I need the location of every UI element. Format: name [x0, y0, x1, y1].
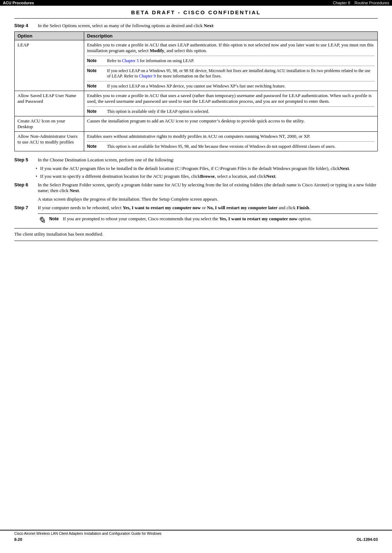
step4-line: Step 4 In the Select Options screen, sel… [14, 23, 378, 29]
step4-label: Step 4 [14, 23, 36, 28]
allow-non-admin-note-1: Note This option is not available for Wi… [87, 144, 375, 149]
step7-note-text: If you are prompted to reboot your compu… [63, 216, 312, 221]
step6-label: Step 6 [14, 182, 36, 187]
list-item: If you want the ACU program files to be … [36, 166, 378, 171]
table-row: Allow Saved LEAP User Name and Password … [15, 91, 378, 116]
footer-area: Cisco Aironet Wireless LAN Client Adapte… [0, 530, 392, 542]
note-text: This option is available only if the LEA… [107, 109, 375, 114]
step5-intro: In the Choose Destination Location scree… [38, 157, 378, 163]
leap-note-2: Note If you select LEAP on a Windows 95,… [87, 68, 375, 79]
main-content: Step 4 In the Select Options screen, sel… [0, 19, 392, 251]
step5-bullets: If you want the ACU program files to be … [36, 166, 378, 179]
col-description-header: Description [84, 32, 378, 40]
step7-text: If your computer needs to be rebooted, s… [38, 205, 378, 211]
bottom-divider [14, 241, 378, 241]
note-label: Note [87, 144, 104, 149]
step5-line: Step 5 In the Choose Destination Locatio… [14, 157, 378, 163]
beta-draft-title: BETA DRAFT - CISCO CONFIDENTIAL [14, 6, 378, 19]
step6-subtext: A status screen displays the progress of… [38, 196, 378, 202]
option-allow-non-admin: Allow Non-Administrator Users to use ACU… [15, 132, 84, 151]
step7-note-block: ✎ Note If you are prompted to reboot you… [38, 213, 378, 225]
footer: Cisco Aironet Wireless LAN Client Adapte… [0, 530, 392, 537]
note-text: If you select LEAP on a Windows XP devic… [107, 84, 375, 89]
page-num-right: OL-1394-03 [357, 537, 378, 542]
note-text: This option is not available for Windows… [107, 144, 375, 149]
desc-create-acu-icon: Causes the installation program to add a… [84, 116, 378, 132]
note-text: If you select LEAP on a Windows 95, 98, … [107, 68, 375, 79]
step7-line: Step 7 If your computer needs to be rebo… [14, 205, 378, 211]
leap-desc-text: Enables you to create a profile in ACU t… [87, 42, 374, 53]
desc-leap: Enables you to create a profile in ACU t… [84, 40, 378, 91]
leap-note-1: Note Refer to Chapter 5 for information … [87, 58, 375, 64]
closing-text: The client utility installation has been… [14, 231, 378, 237]
step7-label: Step 7 [14, 205, 36, 210]
note-label: Note [87, 58, 104, 63]
note-icon-area: ✎ [38, 216, 46, 225]
page-num-left: 8-20 [14, 537, 22, 542]
top-bar-section: ACU Procedures [3, 1, 34, 5]
table-row: LEAP Enables you to create a profile in … [15, 40, 378, 91]
desc-allow-saved-leap: Enables you to create a profile in ACU t… [84, 91, 378, 116]
note-label: Note [87, 84, 104, 89]
list-item: If you want to specify a different desti… [36, 174, 378, 179]
option-create-acu-icon: Create ACU Icon on your Desktop [15, 116, 84, 132]
options-table: Option Description LEAP Enables you to c… [14, 31, 378, 151]
allow-saved-leap-desc-text: Enables you to create a profile in ACU t… [87, 93, 372, 104]
allow-saved-leap-note-1: Note This option is available only if th… [87, 109, 375, 114]
note-label: Note [49, 216, 59, 221]
leap-note-3: Note If you select LEAP on a Windows XP … [87, 84, 375, 89]
pencil-icon: ✎ [38, 216, 46, 225]
note-block-content: Note If you are prompted to reboot your … [49, 216, 312, 222]
chapter9-link[interactable]: Chapter 9 [139, 74, 156, 79]
col-option-header: Option [15, 32, 84, 40]
chapter5-link[interactable]: Chapter 5 [122, 58, 139, 63]
table-row: Create ACU Icon on your Desktop Causes t… [15, 116, 378, 132]
option-allow-saved-leap: Allow Saved LEAP User Name and Password [15, 91, 84, 116]
allow-non-admin-desc-text: Enables users without administrative rig… [87, 134, 310, 139]
note-label: Note [87, 109, 104, 114]
footer-left-text: Cisco Aironet Wireless LAN Client Adapte… [14, 532, 161, 536]
option-leap: LEAP [15, 40, 84, 91]
top-bar-chapter: Chapter 8 Routine Procedures [333, 1, 389, 5]
top-bar: ACU Procedures Chapter 8 Routine Procedu… [0, 0, 392, 6]
table-row: Allow Non-Administrator Users to use ACU… [15, 132, 378, 151]
step5-label: Step 5 [14, 157, 36, 162]
desc-allow-non-admin: Enables users without administrative rig… [84, 132, 378, 151]
create-acu-icon-desc-text: Causes the installation program to add a… [87, 118, 305, 124]
step6-line: Step 6 In the Select Program Folder scre… [14, 182, 378, 193]
note-text: Refer to Chapter 5 for information on us… [107, 58, 375, 64]
step4-intro: In the Select Options screen, select as … [38, 23, 378, 29]
page-numbers: 8-20 OL-1394-03 [0, 537, 392, 542]
step6-text: In the Select Program Folder screen, spe… [38, 182, 378, 193]
content-divider [14, 228, 378, 228]
note-label: Note [87, 68, 104, 73]
